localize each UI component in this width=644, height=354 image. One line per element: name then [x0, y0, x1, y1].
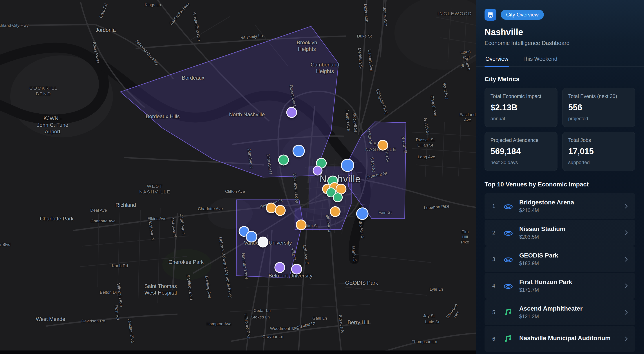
map-label: Charlotte Ave	[91, 218, 116, 224]
map-label: North Nashville	[229, 111, 265, 118]
map-marker-orange[interactable]	[275, 205, 286, 216]
stadium-icon	[503, 201, 514, 211]
venue-rank: 4	[490, 283, 497, 289]
map-label: Cato Rd	[98, 3, 109, 19]
venue-name: First Horizon Park	[519, 279, 617, 286]
venue-name: GEODIS Park	[519, 252, 617, 259]
chevron-right-icon	[623, 256, 630, 263]
map-label: Belmont University	[268, 272, 312, 279]
metric-label: Total Jobs	[568, 137, 629, 143]
map-label: Charlotte Park	[40, 215, 73, 222]
city-overview-badge: City Overview	[501, 10, 544, 20]
venue-row-nissan-stadium[interactable]: 2 Nissan Stadium $203.5M	[484, 220, 635, 246]
map-label: Branch St	[458, 57, 472, 72]
map-label: Cherokee Park	[168, 259, 204, 265]
map-label: Lillian St	[417, 143, 433, 148]
venue-row-geodis-park[interactable]: 3 GEODIS Park $183.9M	[484, 246, 635, 272]
venue-row-bridgestone-arena[interactable]: 1 Bridgestone Arena $210.4M	[484, 193, 635, 219]
metrics-grid: Total Economic Impact $2.13B annual Tota…	[484, 88, 635, 171]
map-label: Ellington Pkwy	[374, 88, 390, 115]
map-label: Scott Ave	[442, 82, 450, 100]
music-note-icon	[503, 334, 514, 344]
map-label: Clarksville Hwy	[168, 1, 191, 26]
map-label: Debra K Johnson Memorial Pkwy	[218, 237, 234, 298]
map-label: Eastland Ave	[460, 112, 476, 123]
venue-row-nashville-municipal-auditorium[interactable]: 6 Nashville Municipal Auditorium	[484, 326, 635, 352]
map-label: 3rd Ave S	[358, 220, 366, 239]
map-label: Belton Dr	[100, 290, 117, 295]
map-label: S Wilson Blvd	[186, 274, 194, 300]
map-label: Kings Ln	[145, 2, 161, 8]
map-label: Dickerson	[363, 4, 370, 22]
venue-row-ascend-amphitheater[interactable]: 5 Ascend Amphitheater $121.2M	[484, 299, 635, 325]
map-label: N 11th St	[422, 118, 430, 135]
map-label: Martin St	[350, 246, 358, 263]
map-marker-green[interactable]	[333, 192, 343, 202]
map-label: Wilsonia Ave	[116, 283, 124, 307]
map-overlay: Kings LnCato RdClarksville HwyW Hamilton…	[0, 0, 476, 354]
metric-value: 17,015	[568, 147, 629, 156]
sidebar-content: City Metrics Total Economic Impact $2.13…	[476, 67, 644, 352]
map-marker-white[interactable]	[258, 237, 268, 247]
stadium-icon	[503, 281, 514, 291]
top-venues-heading: Top 10 Venues by Economic Impact	[484, 181, 635, 188]
map-label: Berry Hill	[348, 319, 369, 326]
map-label: Graybar Ln	[262, 334, 283, 340]
map-label: Woodmont Blvd	[270, 326, 300, 331]
map-marker-orange[interactable]	[330, 206, 341, 217]
city-metrics-heading: City Metrics	[484, 76, 635, 83]
tab-bar: Overview This Weekend	[476, 54, 644, 67]
map-label: Chapel Ave	[430, 95, 438, 117]
map-canvas[interactable]: Kings LnCato RdClarksville HwyW Hamilton…	[0, 0, 476, 354]
venue-value: $203.5M	[519, 234, 617, 240]
metric-card-total-jobs: Total Jobs 17,015 supported	[562, 132, 635, 171]
map-label: Elm Hill Pike	[460, 229, 470, 245]
map-marker-blue[interactable]	[356, 207, 368, 220]
sidebar-header: City Overview Nashville Economic Intelli…	[476, 0, 644, 67]
map-label: 12th Ave S	[302, 244, 310, 265]
map-marker-blue[interactable]	[246, 231, 257, 243]
map-label: Stockell St	[352, 112, 358, 132]
map-label: Downtown Loop	[292, 173, 300, 203]
map-label: Davidson Rd	[81, 319, 105, 324]
metric-card-economic-impact: Total Economic Impact $2.13B annual	[484, 88, 558, 127]
sidebar-panel: City Overview Nashville Economic Intelli…	[476, 0, 644, 354]
map-marker-purple[interactable]	[274, 262, 285, 273]
map-label: N 5th St	[366, 129, 374, 145]
tab-overview[interactable]: Overview	[484, 54, 509, 66]
metric-value: 569,184	[490, 147, 552, 156]
map-marker-orange[interactable]	[296, 219, 306, 230]
map-label: Stokes Ln	[251, 315, 270, 320]
map-marker-blue[interactable]	[292, 145, 305, 157]
map-marker-blue[interactable]	[341, 159, 354, 172]
map-label: Hillsboro Pike	[243, 313, 252, 339]
map-label: 8th Ave S	[338, 315, 345, 333]
map-label: Duke St	[357, 33, 372, 39]
map-marker-purple[interactable]	[286, 107, 297, 118]
tab-this-weekend[interactable]: This Weekend	[522, 54, 558, 66]
map-label: Natchez Trace	[240, 252, 250, 280]
page-subtitle: Economic Intelligence Dashboard	[484, 40, 635, 46]
map-label: Richland	[116, 202, 136, 208]
map-label: Old Hickory Blvd	[0, 242, 10, 247]
map-label: Gale Ln	[312, 316, 327, 321]
map-label: Jackson Blvd	[127, 318, 135, 343]
venue-name: Ascend Amphitheater	[519, 305, 617, 312]
metric-value: 556	[568, 103, 629, 112]
venue-row-first-horizon-park[interactable]: 4 First Horizon Park $171.7M	[484, 273, 635, 299]
chevron-right-icon	[623, 336, 630, 342]
map-marker-green[interactable]	[278, 155, 289, 165]
map-label: Jay St	[423, 313, 435, 319]
map-marker-orange[interactable]	[378, 140, 388, 151]
map-label: Post Rd	[114, 305, 121, 320]
page-title: Nashville	[484, 27, 635, 37]
metric-sublabel: next 30 days	[490, 160, 552, 165]
map-label: Bordeaux Hills	[146, 113, 180, 120]
metric-card-total-events: Total Events (next 30) 556 projected	[562, 88, 635, 127]
map-label: Bordeaux	[182, 75, 204, 81]
map-marker-purple[interactable]	[312, 166, 322, 176]
map-label: Glenrose Ave	[444, 301, 464, 324]
map-marker-purple[interactable]	[291, 264, 302, 274]
chevron-right-icon	[623, 309, 630, 316]
map-label: Jordonia	[96, 27, 116, 33]
